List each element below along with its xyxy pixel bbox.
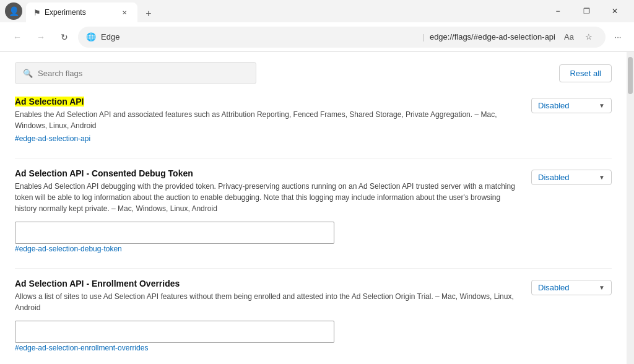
flag-select-value: Disabled (538, 101, 570, 110)
minimize-button[interactable]: − (544, 0, 572, 22)
scrollbar-track[interactable] (627, 52, 634, 364)
flag-divider (15, 268, 612, 269)
flag-title: Ad Selection API (15, 97, 521, 106)
reset-all-button[interactable]: Reset all (559, 64, 612, 82)
flag-item: Ad Selection API Enables the Ad Selectio… (15, 97, 612, 143)
flag-item-row: Ad Selection API - Consented Debug Token… (15, 168, 612, 253)
flag-item-row: Ad Selection API - Enrollment Overrides … (15, 279, 612, 352)
new-tab-button[interactable]: + (140, 5, 157, 22)
active-tab[interactable]: ⚑ Experiments ✕ (26, 2, 137, 22)
search-icon: 🔍 (23, 69, 33, 78)
address-separator: | (423, 33, 425, 41)
navbar: ← → ↻ 🌐 Edge | edge://flags/#edge-ad-sel… (0, 22, 634, 52)
flag-item: Ad Selection API - Consented Debug Token… (15, 168, 612, 253)
more-options-button[interactable]: ··· (609, 28, 627, 46)
flag-select-dropdown[interactable]: Disabled ▼ (531, 98, 612, 113)
flag-enrollment-input[interactable] (15, 321, 334, 343)
scrollbar-thumb[interactable] (628, 57, 633, 94)
flag-anchor[interactable]: #edge-ad-selection-enrollment-overrides (15, 344, 148, 352)
chevron-down-icon: ▼ (599, 174, 605, 181)
content-area: 🔍 Reset all Ad Selection API Enables the… (0, 52, 634, 364)
flag-description: Enables Ad Selection API debugging with … (15, 181, 521, 214)
flag-anchor[interactable]: #edge-ad-selection-api (15, 134, 90, 143)
flag-description: Allows a list of sites to use Ad Selecti… (15, 291, 521, 313)
back-button[interactable]: ← (7, 27, 27, 47)
tab-icon: ⚑ (33, 8, 41, 17)
address-bar[interactable]: 🌐 Edge | edge://flags/#edge-ad-selection… (78, 27, 606, 48)
close-button[interactable]: ✕ (601, 0, 629, 22)
tab-close-button[interactable]: ✕ (119, 7, 130, 18)
flag-item-right: Disabled ▼ (531, 279, 612, 295)
main-content: 🔍 Reset all Ad Selection API Enables the… (0, 52, 627, 364)
chevron-down-icon: ▼ (599, 284, 605, 291)
search-bar-row: 🔍 Reset all (15, 62, 612, 84)
chevron-down-icon: ▼ (599, 102, 605, 109)
refresh-button[interactable]: ↻ (54, 27, 74, 47)
flag-item-right: Disabled ▼ (531, 168, 612, 185)
flag-title-highlighted: Ad Selection API (15, 97, 84, 106)
search-input-wrap: 🔍 (15, 62, 256, 84)
flag-item-left: Ad Selection API - Enrollment Overrides … (15, 279, 521, 352)
forward-button[interactable]: → (31, 27, 51, 47)
titlebar: 👤 ⚑ Experiments ✕ + − ❐ ✕ (0, 0, 634, 22)
brand-label: Edge (101, 32, 418, 41)
tab-bar: ⚑ Experiments ✕ + (26, 0, 544, 22)
tab-label: Experiments (45, 8, 115, 17)
flag-title: Ad Selection API - Enrollment Overrides (15, 279, 521, 288)
restore-button[interactable]: ❐ (572, 0, 601, 22)
flag-divider (15, 158, 612, 158)
profile-button[interactable]: 👤 (5, 2, 22, 20)
search-input[interactable] (38, 69, 248, 78)
favorites-button[interactable]: ☆ (580, 28, 597, 46)
read-aloud-button[interactable]: Aa (560, 28, 578, 46)
flag-select-value: Disabled (538, 173, 570, 182)
flag-select-value: Disabled (538, 283, 570, 292)
flag-anchor[interactable]: #edge-ad-selection-debug-token (15, 245, 122, 253)
flag-item: Ad Selection API - Enrollment Overrides … (15, 279, 612, 352)
window-controls: − ❐ ✕ (544, 0, 629, 22)
flag-select-dropdown[interactable]: Disabled ▼ (531, 280, 612, 295)
flag-description: Enables the Ad Selection API and associa… (15, 109, 521, 131)
edge-logo-icon: 🌐 (86, 32, 96, 42)
flag-select-dropdown[interactable]: Disabled ▼ (531, 170, 612, 185)
flag-title: Ad Selection API - Consented Debug Token (15, 168, 521, 178)
address-actions: Aa ☆ (560, 28, 597, 46)
profile-icon: 👤 (9, 6, 19, 16)
flag-item-left: Ad Selection API Enables the Ad Selectio… (15, 97, 521, 143)
address-url: edge://flags/#edge-ad-selection-api (430, 32, 555, 41)
flag-item-row: Ad Selection API Enables the Ad Selectio… (15, 97, 612, 143)
flag-item-left: Ad Selection API - Consented Debug Token… (15, 168, 521, 253)
flag-item-right: Disabled ▼ (531, 97, 612, 113)
flag-token-input[interactable] (15, 222, 334, 244)
